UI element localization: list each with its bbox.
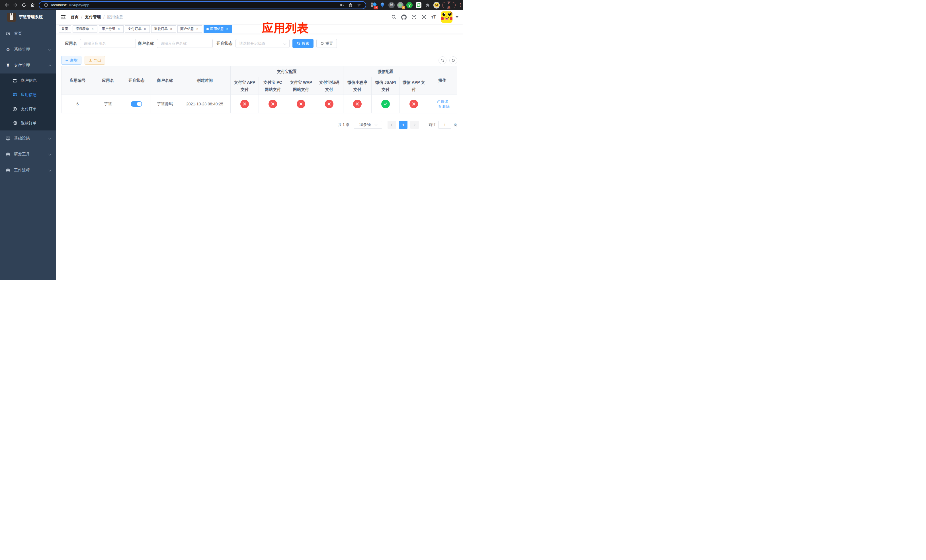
browser-forward-button[interactable] bbox=[11, 2, 20, 9]
extension-badge: 1 bbox=[402, 6, 405, 9]
cell-alipay-pc bbox=[259, 95, 287, 114]
page-unit-label: 页 bbox=[454, 122, 457, 127]
close-icon[interactable] bbox=[117, 27, 121, 31]
status-disabled-icon bbox=[325, 100, 333, 108]
help-icon[interactable] bbox=[412, 15, 416, 20]
breadcrumb-section[interactable]: 支付管理 bbox=[85, 15, 101, 20]
app-table: 应用编号 应用名 开启状态 商户名称 创建时间 支付宝配置 微信配置 操作 支付… bbox=[61, 66, 457, 114]
sidebar-item-label: 首页 bbox=[14, 31, 22, 36]
user-avatar[interactable] bbox=[441, 11, 452, 23]
col-header-wx-app: 微信 APP 支付 bbox=[400, 77, 428, 95]
app-shell: 芋道管理系统 首页 系统管理 支付管理 bbox=[0, 10, 463, 280]
breadcrumb: 首页 / 支付管理 / 应用信息 bbox=[71, 15, 123, 20]
password-key-icon[interactable] bbox=[339, 3, 345, 8]
close-icon[interactable] bbox=[225, 27, 229, 31]
browser-chrome: localhost:1024/pay/app 10 1 更新 bbox=[0, 0, 463, 10]
search-button[interactable]: 搜索 bbox=[292, 39, 313, 48]
sidebar-item-app-info[interactable]: 应用信息 bbox=[0, 88, 56, 102]
cell-alipay-qr bbox=[315, 95, 343, 114]
export-button[interactable]: 导出 bbox=[85, 56, 105, 65]
header-search-icon[interactable] bbox=[391, 15, 396, 20]
browser-profile-avatar[interactable] bbox=[433, 2, 440, 9]
tab-refund-order[interactable]: 退款订单 bbox=[151, 25, 176, 33]
extension-y-icon[interactable] bbox=[406, 2, 413, 9]
extension-area: 10 1 更新 bbox=[370, 2, 462, 9]
sidebar-logo-row[interactable]: 芋道管理系统 bbox=[0, 10, 56, 24]
bookmark-star-icon[interactable] bbox=[356, 3, 362, 8]
sidebar: 芋道管理系统 首页 系统管理 支付管理 bbox=[0, 10, 56, 280]
sidebar-item-pay[interactable]: 支付管理 bbox=[0, 58, 56, 74]
share-icon[interactable] bbox=[347, 3, 354, 8]
merchant-name-input[interactable] bbox=[157, 39, 213, 48]
tab-process-form[interactable]: 流程表单 bbox=[73, 25, 97, 33]
col-group-alipay: 支付宝配置 bbox=[231, 67, 343, 77]
tab-user-group[interactable]: 用户分组 bbox=[99, 25, 124, 33]
close-icon[interactable] bbox=[195, 27, 199, 31]
reset-button[interactable]: 重置 bbox=[316, 39, 337, 48]
extension-chat-icon[interactable] bbox=[415, 2, 422, 9]
sidebar-item-label: 工作流程 bbox=[14, 168, 30, 173]
sidebar-item-label: 退款订单 bbox=[21, 121, 37, 126]
delete-link[interactable]: 删除 bbox=[438, 104, 449, 109]
app-name-input[interactable] bbox=[80, 39, 136, 48]
tab-pay-order[interactable]: 支付订单 bbox=[125, 25, 150, 33]
sidebar-item-label: 研发工具 bbox=[14, 152, 30, 157]
page-number-button[interactable]: 1 bbox=[399, 121, 407, 129]
col-group-wechat: 微信配置 bbox=[343, 67, 428, 77]
add-button[interactable]: 新增 bbox=[61, 56, 82, 65]
sidebar-item-refund-order[interactable]: 退款订单 bbox=[0, 116, 56, 130]
status-select[interactable]: 请选择开启状态 bbox=[236, 39, 290, 48]
browser-back-button[interactable] bbox=[3, 2, 11, 9]
refresh-button[interactable] bbox=[449, 56, 457, 64]
goto-page-input[interactable] bbox=[438, 121, 451, 129]
tab-app-info[interactable]: 应用信息 bbox=[204, 25, 232, 33]
briefcase-icon bbox=[6, 168, 10, 173]
extensions-puzzle-icon[interactable] bbox=[424, 2, 431, 9]
extension-blue-diamond-icon[interactable]: 10 bbox=[370, 2, 377, 9]
url-bar[interactable]: localhost:1024/pay/app bbox=[39, 1, 366, 9]
sidebar-item-infra[interactable]: 基础设施 bbox=[0, 130, 56, 147]
sidebar-item-system[interactable]: 系统管理 bbox=[0, 42, 56, 58]
close-icon[interactable] bbox=[143, 27, 147, 31]
status-toggle[interactable] bbox=[131, 101, 142, 107]
close-icon[interactable] bbox=[91, 27, 95, 31]
status-label: 开启状态 bbox=[216, 41, 232, 46]
browser-menu-icon[interactable] bbox=[458, 3, 462, 7]
browser-reload-button[interactable] bbox=[20, 2, 28, 9]
sidebar-collapse-icon[interactable] bbox=[61, 14, 66, 20]
chevron-down-icon bbox=[48, 48, 51, 51]
breadcrumb-home[interactable]: 首页 bbox=[71, 15, 79, 20]
sidebar-item-home[interactable]: 首页 bbox=[0, 26, 56, 42]
sidebar-submenu-pay: 商户信息 应用信息 支付订单 bbox=[0, 74, 56, 130]
sidebar-item-merchant-info[interactable]: 商户信息 bbox=[0, 74, 56, 88]
site-info-icon[interactable] bbox=[43, 3, 49, 7]
gray-squares-glyph bbox=[371, 3, 373, 8]
cell-alipay-app bbox=[231, 95, 259, 114]
next-page-button[interactable] bbox=[410, 121, 419, 129]
tab-home[interactable]: 首页 bbox=[59, 25, 71, 33]
extension-command-icon[interactable] bbox=[388, 2, 395, 9]
status-disabled-icon bbox=[240, 100, 249, 108]
browser-home-button[interactable] bbox=[29, 2, 36, 9]
edit-link[interactable]: 修改 bbox=[437, 99, 448, 104]
toggle-search-button[interactable] bbox=[439, 56, 446, 64]
sidebar-item-pay-order[interactable]: 支付订单 bbox=[0, 102, 56, 116]
sidebar-item-dev-tools[interactable]: 研发工具 bbox=[0, 147, 56, 162]
page-size-select[interactable]: 10条/页 bbox=[354, 121, 382, 129]
close-icon[interactable] bbox=[169, 27, 173, 31]
github-icon[interactable] bbox=[401, 15, 407, 20]
avatar-dropdown-caret-icon[interactable] bbox=[455, 16, 458, 18]
extension-gem-icon[interactable] bbox=[379, 2, 386, 9]
merchant-name-label: 商户名称 bbox=[138, 41, 154, 46]
tab-merchant-info[interactable]: 商户信息 bbox=[177, 25, 202, 33]
prev-page-button[interactable] bbox=[387, 121, 396, 129]
chevron-up-icon bbox=[48, 65, 51, 68]
chevron-down-icon bbox=[48, 152, 51, 156]
font-size-icon[interactable] bbox=[431, 14, 436, 20]
extension-recorder-icon[interactable]: 1 bbox=[397, 2, 404, 9]
fullscreen-icon[interactable] bbox=[421, 15, 427, 20]
sidebar-item-workflow[interactable]: 工作流程 bbox=[0, 162, 56, 178]
browser-update-button[interactable]: 更新 bbox=[442, 2, 455, 8]
sidebar-item-label: 应用信息 bbox=[21, 92, 37, 97]
col-header-merchant: 商户名称 bbox=[151, 67, 179, 95]
